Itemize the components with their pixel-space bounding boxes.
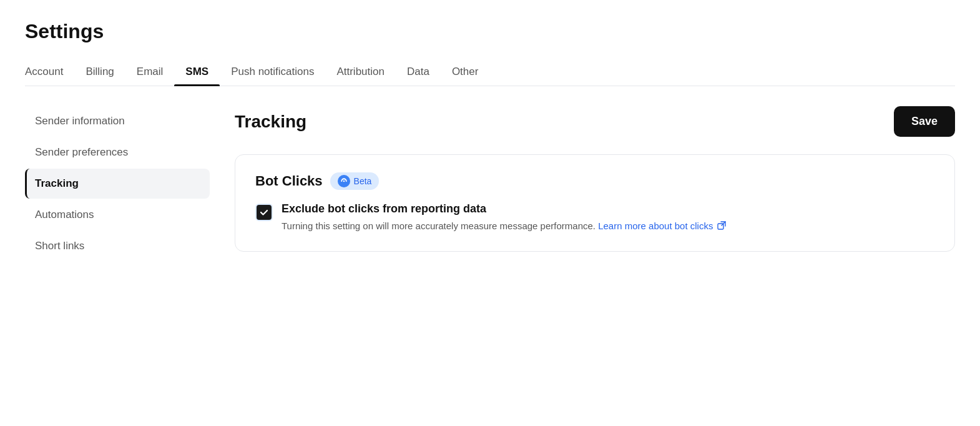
page-container: Settings Account Billing Email SMS Push … [0, 0, 980, 262]
sidebar-item-sender-preferences[interactable]: Sender preferences [25, 137, 210, 167]
tab-other[interactable]: Other [441, 58, 490, 86]
beta-label: Beta [354, 176, 372, 186]
content-area: Tracking Save Bot Clicks Bet [225, 106, 955, 262]
beta-badge: Beta [330, 172, 380, 190]
tab-push-notifications[interactable]: Push notifications [220, 58, 325, 86]
checkbox-description-text: Turning this setting on will more accura… [282, 220, 595, 231]
exclude-bot-clicks-checkbox[interactable] [255, 204, 273, 221]
sidebar: Sender information Sender preferences Tr… [25, 106, 225, 262]
tab-data[interactable]: Data [396, 58, 441, 86]
tab-account[interactable]: Account [25, 58, 74, 86]
sidebar-item-automations[interactable]: Automations [25, 200, 210, 230]
beta-icon [338, 175, 350, 187]
card-title: Bot Clicks [255, 173, 323, 189]
tab-attribution[interactable]: Attribution [325, 58, 396, 86]
sidebar-item-short-links[interactable]: Short links [25, 231, 210, 261]
checkbox-label: Exclude bot clicks from reporting data [282, 202, 934, 215]
tabs-bar: Account Billing Email SMS Push notificat… [25, 58, 955, 86]
learn-more-link[interactable]: Learn more about bot clicks [598, 220, 713, 231]
page-title: Settings [25, 20, 955, 43]
save-button[interactable]: Save [894, 106, 955, 137]
content-header: Tracking Save [235, 106, 955, 137]
svg-point-1 [343, 181, 345, 182]
content-title: Tracking [235, 112, 306, 132]
checkbox-description: Turning this setting on will more accura… [282, 219, 934, 234]
checkbox-content: Exclude bot clicks from reporting data T… [282, 202, 934, 234]
tab-email[interactable]: Email [125, 58, 175, 86]
external-link-icon [717, 220, 726, 234]
checkbox-row: Exclude bot clicks from reporting data T… [255, 202, 934, 234]
tab-sms[interactable]: SMS [174, 58, 220, 86]
card-title-row: Bot Clicks Beta [255, 172, 934, 190]
sidebar-item-tracking[interactable]: Tracking [25, 169, 210, 199]
main-layout: Sender information Sender preferences Tr… [25, 106, 955, 262]
tab-billing[interactable]: Billing [74, 58, 125, 86]
sidebar-item-sender-information[interactable]: Sender information [25, 106, 210, 136]
tracking-card: Bot Clicks Beta [235, 154, 955, 252]
